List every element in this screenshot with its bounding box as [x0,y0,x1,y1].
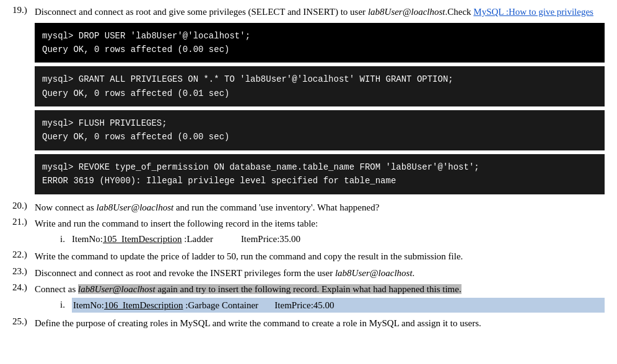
item-content-20: Now connect as lab8User@loaclhost and ru… [35,201,605,215]
item-19-text: Disconnect and connect as root and give … [35,5,605,19]
item-24-sub-1: i. ItemNo:106_ItemDescription :Garbage C… [53,298,605,313]
item-23-text-2: . [413,268,415,278]
item-19: 19.) Disconnect and connect as root and … [12,5,605,198]
item-19-text-1: Disconnect and connect as root and give … [35,7,368,17]
item-20-italic: lab8User@loaclhost [97,202,174,212]
item-content-24: Connect as lab8User@loaclhost again and … [35,282,605,314]
item-20: 20.) Now connect as lab8User@loaclhost a… [12,201,605,215]
item-24-highlight: again and try to insert the following re… [155,284,462,294]
item-24-text-1: Connect as [35,284,78,294]
item-20-text-1: Now connect as [35,202,97,212]
item-number-25: 25.) [12,316,35,331]
terminal-19-1: mysql> DROP USER 'lab8User'@'localhost';… [35,23,605,63]
terminal-line: mysql> FLUSH PRIVILEGES; [42,116,597,130]
item-number-22: 22.) [12,249,35,264]
terminal-line: ERROR 3619 (HY000): Illegal privilege le… [42,174,597,188]
item-23-text-1: Disconnect and connect as root and revok… [35,268,335,278]
item-21-roman: i. [53,232,72,246]
item-number-19: 19.) [12,5,35,198]
item-content-21: Write and run the command to insert the … [35,217,605,247]
item-22-text: Write the command to update the price of… [35,249,605,264]
item-number-20: 20.) [12,201,35,215]
item-23-italic: lab8User@loaclhost [335,268,413,278]
item-24-underline: 106_ItemDescription [104,300,183,310]
item-24-italic-highlight: lab8User@loaclhost [78,284,155,294]
item-content-22: Write the command to update the price of… [35,249,605,264]
item-content-25: Define the purpose of creating roles in … [35,316,605,331]
terminal-line: Query OK, 0 rows affected (0.00 sec) [42,130,597,144]
item-19-text-2: .Check [445,7,474,17]
item-content-23: Disconnect and connect as root and revok… [35,266,605,280]
item-23: 23.) Disconnect and connect as root and … [12,266,605,280]
item-23-text: Disconnect and connect as root and revok… [35,266,605,280]
item-24-sub-content: ItemNo:106_ItemDescription :Garbage Cont… [72,298,605,313]
terminal-line: mysql> DROP USER 'lab8User'@'localhost'; [42,29,597,43]
terminal-19-4: mysql> REVOKE type_of_permission ON data… [35,154,605,194]
terminal-line: Query OK, 0 rows affected (0.01 sec) [42,87,597,100]
terminal-line: mysql> GRANT ALL PRIVILEGES ON *.* TO 'l… [42,72,597,86]
item-19-link[interactable]: MySQL :How to give privileges [473,7,593,17]
item-24: 24.) Connect as lab8User@loaclhost again… [12,282,605,314]
item-20-text-2: and run the command 'use inventory'. Wha… [173,202,379,212]
terminal-19-3: mysql> FLUSH PRIVILEGES; Query OK, 0 row… [35,110,605,150]
item-24-text: Connect as lab8User@loaclhost again and … [35,282,605,297]
item-19-italic: lab8User@loaclhost [368,7,445,17]
item-20-text: Now connect as lab8User@loaclhost and ru… [35,201,605,215]
item-content-19: Disconnect and connect as root and give … [35,5,605,198]
item-number-23: 23.) [12,266,35,280]
item-22: 22.) Write the command to update the pri… [12,249,605,264]
item-21-underline: 105_ItemDescription [103,234,182,244]
item-number-21: 21.) [12,217,35,247]
terminal-19-2: mysql> GRANT ALL PRIVILEGES ON *.* TO 'l… [35,66,605,106]
item-24-roman: i. [53,298,72,313]
terminal-line: Query OK, 0 rows affected (0.00 sec) [42,43,597,56]
page-content: 19.) Disconnect and connect as root and … [12,5,605,331]
item-21-sub-content: ItemNo:105_ItemDescription :Ladder ItemP… [72,232,605,246]
item-21-sub-1: i. ItemNo:105_ItemDescription :Ladder It… [53,232,605,246]
terminal-line: mysql> REVOKE type_of_permission ON data… [42,160,597,174]
item-21-text: Write and run the command to insert the … [35,217,605,231]
item-25: 25.) Define the purpose of creating role… [12,316,605,331]
item-25-text: Define the purpose of creating roles in … [35,316,605,331]
item-21: 21.) Write and run the command to insert… [12,217,605,247]
item-number-24: 24.) [12,282,35,314]
